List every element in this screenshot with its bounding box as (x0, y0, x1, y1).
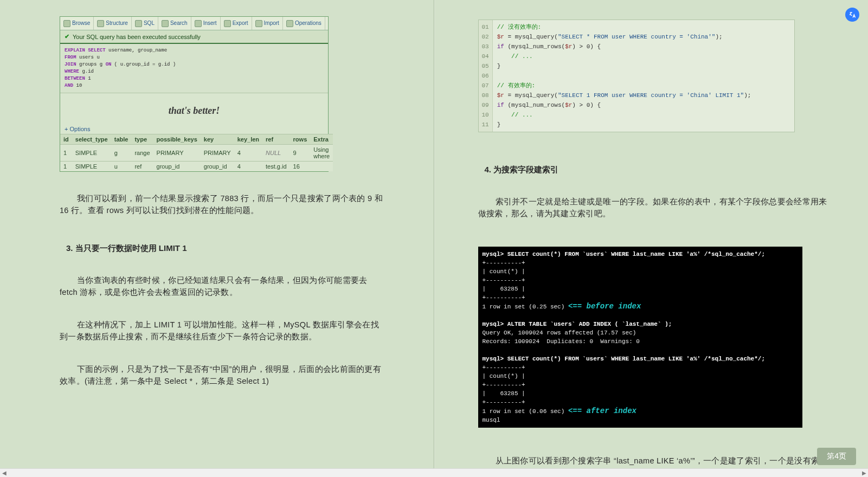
code: ); (715, 34, 722, 40)
term-line: | count(*) | (483, 373, 525, 379)
horizontal-scrollbar[interactable]: ◀ ▶ (0, 468, 868, 477)
kw: if (497, 102, 504, 108)
ln: 03 (482, 43, 489, 50)
term-line: Records: 1009024 Duplicates: 0 Warnings:… (483, 338, 640, 345)
paragraph: 下面的示例，只是为了找一下是否有“中国”的用户，很明显，后面的会比前面的更有效率… (60, 363, 385, 387)
code: ) > 0) { (572, 43, 601, 50)
page-spread: Browse Structure SQL Search Insert Expor… (0, 0, 868, 477)
th: Extra (310, 134, 333, 145)
code: users u (76, 55, 100, 60)
search-icon (162, 20, 169, 27)
paragraph: 索引并不一定就是给主键或是唯一的字段。如果在你的表中，有某个字段你总要会经常用来… (478, 196, 831, 220)
code: ) > 0) { (572, 102, 601, 108)
str: "SELECT * FROM user WHERE country = 'Chi… (558, 34, 715, 40)
td: g (111, 145, 132, 162)
td: 4 (234, 145, 262, 162)
td: ref (131, 162, 153, 172)
tab-label: Browse (72, 18, 90, 28)
check-icon: ✔ (65, 33, 69, 40)
code: username, group_name (106, 48, 167, 53)
pma-tabbar: Browse Structure SQL Search Insert Expor… (60, 17, 328, 30)
source: // 没有效率的: $r = mysql_query("SELECT * FRO… (493, 20, 756, 132)
php-codebox: 01 02 03 04 05 06 07 08 09 10 11 // 没有效率… (478, 20, 795, 132)
term-line: | count(*) | (483, 268, 525, 275)
translate-icon (848, 11, 857, 19)
page-left: Browse Structure SQL Search Insert Expor… (0, 0, 434, 477)
code: = mysql_query( (504, 92, 558, 99)
page-right-content: 01 02 03 04 05 06 07 08 09 10 11 // 没有效率… (435, 0, 869, 477)
th: type (131, 134, 153, 145)
th: select_type (72, 134, 111, 145)
ln: 11 (482, 121, 489, 128)
code: groups g (76, 62, 106, 67)
term-line: mysql> ALTER TABLE `users` ADD INDEX ( `… (483, 321, 672, 327)
code: } (497, 63, 501, 69)
ln: 08 (482, 92, 489, 99)
scroll-left-icon[interactable]: ◀ (0, 469, 8, 477)
td: 1 (60, 145, 72, 162)
ln: 06 (482, 73, 489, 79)
term-line: 1 row in set (0.25 sec) (483, 304, 568, 310)
export-icon (224, 20, 231, 27)
td: PRIMARY (201, 145, 234, 162)
td: 1 (60, 162, 72, 172)
td: test.g.id (262, 162, 290, 172)
pma-tab-operations: Operations (283, 17, 325, 30)
code: (mysql_num_rows( (504, 102, 565, 108)
term-line: 1 row in set (0.06 sec) (483, 408, 568, 415)
comment: // 没有效率的: (497, 24, 541, 30)
pma-sql-code: EXPLAIN SELECT username, group_name FROM… (60, 44, 328, 93)
sql-icon (135, 20, 142, 27)
viewport: Browse Structure SQL Search Insert Expor… (0, 0, 868, 477)
page-badge[interactable]: 第4页 (817, 448, 856, 465)
term-line: +----------+ (483, 382, 525, 388)
th: key (201, 134, 234, 145)
th: table (111, 134, 132, 145)
code: g.id (79, 69, 94, 74)
structure-icon (97, 20, 104, 27)
tab-label: Export (233, 18, 248, 28)
comment: // 有效率的: (497, 82, 535, 89)
ln: 09 (482, 102, 489, 108)
mysql-terminal: mysql> SELECT count(*) FROM `users` WHER… (478, 247, 802, 428)
translate-fab[interactable] (845, 8, 859, 22)
var: $r (497, 92, 504, 99)
var: $r (565, 102, 572, 108)
th: rows (290, 134, 311, 145)
td: group_id (153, 162, 201, 172)
term-line: +----------+ (483, 277, 525, 283)
code: 1 (85, 76, 91, 81)
scroll-right-icon[interactable]: ▶ (860, 469, 868, 477)
pma-tab-insert: Insert (191, 17, 221, 30)
tab-label: Insert (203, 18, 217, 28)
td: NULL (262, 145, 290, 162)
table-row: 1SIMPLEurefgroup_idgroup_id4test.g.id16 (60, 162, 333, 172)
td: group_id (201, 162, 234, 172)
var: $r (497, 34, 504, 40)
page-right: 01 02 03 04 05 06 07 08 09 10 11 // 没有效率… (434, 0, 869, 477)
page-left-content: Browse Structure SQL Search Insert Expor… (0, 0, 434, 424)
th: ref (262, 134, 290, 145)
ln: 02 (482, 34, 489, 40)
td: range (131, 145, 153, 162)
term-line: +----------+ (483, 260, 525, 266)
kw: ON (106, 62, 112, 67)
term-line: | 63285 | (483, 390, 525, 397)
term-line: musql (483, 417, 500, 423)
paragraph: 在这种情况下，加上 LIMIT 1 可以增加性能。这样一样，MySQL 数据库引… (60, 319, 385, 343)
term-line: | 63285 | (483, 286, 525, 292)
th: possible_keys (153, 134, 201, 145)
tab-label: Search (170, 18, 188, 28)
kw: JOIN (65, 62, 76, 67)
tab-label: Structure (106, 18, 128, 28)
comment: // ... (497, 112, 533, 118)
term-line: Query OK, 1009024 rows affected (17.57 s… (483, 330, 636, 336)
td: u (111, 162, 132, 172)
pma-tab-sql: SQL (132, 17, 158, 30)
kw: BETWEEN (65, 76, 85, 81)
kw: if (497, 43, 504, 50)
ln: 10 (482, 112, 489, 118)
pma-tab-search: Search (158, 17, 191, 30)
pma-screenshot: Browse Structure SQL Search Insert Expor… (60, 16, 329, 172)
pma-success: ✔Your SQL query has been executed succes… (60, 30, 328, 44)
